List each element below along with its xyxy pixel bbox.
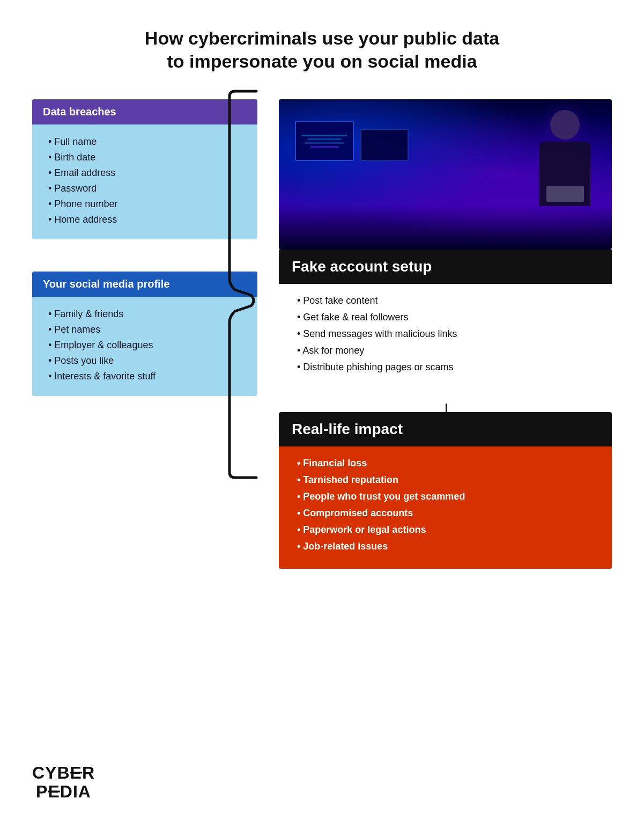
logo-text: CYBER PEDIA (32, 764, 95, 801)
list-item: Phone number (48, 196, 247, 212)
list-item: Tarnished reputation (297, 472, 599, 488)
bracket-icon (224, 86, 267, 483)
fake-account-list: Post fake content Get fake & real follow… (297, 292, 599, 376)
list-item: Email address (48, 165, 247, 181)
data-breaches-title: Data breaches (43, 106, 116, 118)
social-media-list: Family & friends Pet names Employer & co… (48, 306, 247, 384)
list-item: Employer & colleagues (48, 338, 247, 353)
content-row: Data breaches Full name Birth date Email… (32, 99, 612, 569)
list-item: Full name (48, 134, 247, 150)
social-media-header: Your social media profile (32, 272, 257, 297)
list-item: Financial loss (297, 455, 599, 472)
logo-line1: CYBER (32, 764, 95, 782)
list-item: Send messages with malicious links (297, 326, 599, 342)
data-breaches-list: Full name Birth date Email address Passw… (48, 134, 247, 228)
right-column: Fake account setup Post fake content Get… (279, 99, 612, 569)
fake-account-box: Fake account setup Post fake content Get… (279, 250, 612, 387)
left-column: Data breaches Full name Birth date Email… (32, 99, 257, 396)
fake-account-body: Post fake content Get fake & real follow… (279, 284, 612, 387)
title-line2: to impersonate you on social media (167, 51, 477, 71)
list-item: Compromised accounts (297, 505, 599, 522)
list-item: Paperwork or legal actions (297, 522, 599, 538)
list-item: Distribute phishing pages or scams (297, 359, 599, 376)
list-item: People who trust you get scammed (297, 488, 599, 505)
list-item: Ask for money (297, 342, 599, 359)
fake-account-header: Fake account setup (279, 250, 612, 284)
main-title: How cybercriminals use your public data … (32, 21, 612, 72)
data-breaches-header: Data breaches (32, 99, 257, 124)
list-item: Home address (48, 212, 247, 228)
hacker-image-inner (279, 99, 612, 250)
real-life-title: Real-life impact (292, 421, 403, 437)
list-item: Post fake content (297, 292, 599, 309)
page-container: How cybercriminals use your public data … (0, 0, 644, 828)
data-breaches-body: Full name Birth date Email address Passw… (32, 124, 257, 239)
real-life-box: Real-life impact Financial loss Tarnishe… (279, 412, 612, 569)
list-item: Password (48, 181, 247, 196)
real-life-body: Financial loss Tarnished reputation Peop… (279, 446, 612, 569)
social-media-body: Family & friends Pet names Employer & co… (32, 297, 257, 396)
list-item: Family & friends (48, 306, 247, 322)
list-item: Posts you like (48, 353, 247, 369)
logo-container: CYBER PEDIA (32, 764, 95, 801)
data-breaches-box: Data breaches Full name Birth date Email… (32, 99, 257, 239)
list-item: Get fake & real followers (297, 309, 599, 326)
social-media-title: Your social media profile (43, 278, 169, 290)
logo-line2: PEDIA (32, 782, 95, 801)
social-media-box: Your social media profile Family & frien… (32, 272, 257, 396)
list-item: Pet names (48, 322, 247, 338)
hacker-image (279, 99, 612, 250)
fake-account-title: Fake account setup (292, 258, 432, 275)
title-line1: How cybercriminals use your public data (145, 28, 499, 48)
list-item: Interests & favorite stuff (48, 369, 247, 384)
real-life-list: Financial loss Tarnished reputation Peop… (297, 455, 599, 555)
list-item: Job-related issues (297, 538, 599, 555)
list-item: Birth date (48, 150, 247, 165)
